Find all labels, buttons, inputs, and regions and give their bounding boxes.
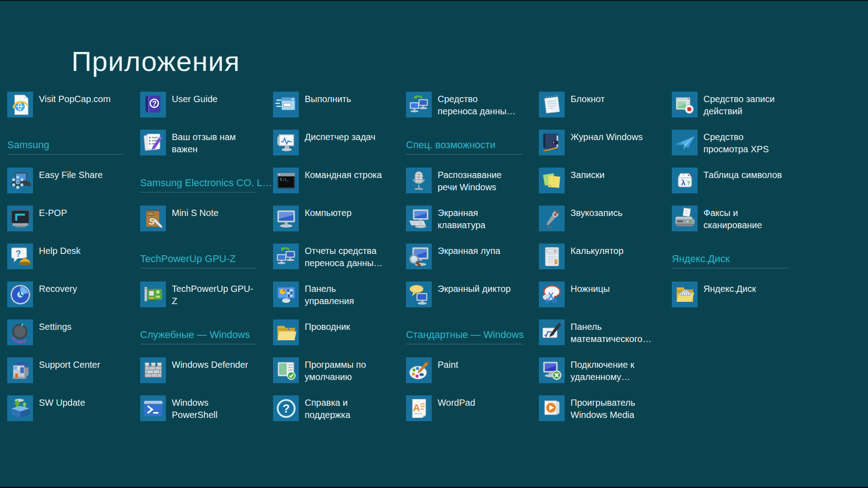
control-panel-icon (273, 282, 299, 307)
app-item-sw-update[interactable]: SW Update (7, 395, 132, 428)
app-item-remote-desktop[interactable]: Подключение кудаленному… (539, 357, 664, 390)
math-input-icon: x (539, 319, 565, 345)
app-item-windows-media-player[interactable]: ПроигрывательWindows Media (539, 395, 664, 428)
app-item-default-programs[interactable]: Программы поумолчанию (273, 357, 398, 390)
section-header-samsung-electronics[interactable]: Samsung Electronics CO. L… (140, 173, 257, 192)
app-label: Экраннаяклавиатура (438, 207, 536, 231)
section-header-label: Samsung Electronics CO. L… (140, 177, 272, 189)
app-label: Экранная лупа (438, 245, 536, 257)
app-item-yandex-disk[interactable]: Яндекс.Диск (672, 282, 797, 314)
onscreen-keyboard-icon (406, 206, 432, 231)
app-label: Записки (571, 169, 669, 181)
settings-knob-icon (7, 319, 33, 345)
app-item-notepad[interactable]: Блокнот (539, 92, 664, 124)
app-item-snipping-tool[interactable]: Ножницы (539, 282, 664, 314)
app-item-xps-viewer[interactable]: Средствопросмотра XPS (672, 130, 797, 162)
app-item-sticky-notes[interactable]: Записки (539, 168, 664, 200)
snipping-scissors-icon (539, 282, 565, 307)
task-manager-icon (273, 130, 299, 155)
epop-monitor-icon (7, 206, 33, 231)
app-item-steps-recorder[interactable]: Средство записидействий (672, 92, 797, 124)
app-label: Visit PopCap.com (39, 93, 137, 105)
app-label: Справка иподдержка (305, 397, 403, 421)
app-item-onscreen-keyboard[interactable]: Экраннаяклавиатура (406, 206, 531, 238)
app-item-command-prompt[interactable]: C:\_Командная строка (273, 168, 398, 200)
section-header-accessories-windows[interactable]: Стандартные — Windows (406, 324, 523, 344)
app-item-support-center[interactable]: Support Center (7, 357, 132, 390)
app-label: E-POP (39, 207, 137, 219)
section-header-samsung[interactable]: Samsung (7, 135, 124, 155)
app-item-magnifier[interactable]: Экранная лупа (406, 244, 531, 276)
app-label: Mini S Note (172, 207, 270, 219)
app-item-paint[interactable]: Paint (406, 357, 531, 390)
app-label: Paint (438, 359, 536, 371)
app-item-task-manager[interactable]: Диспетчер задач (273, 130, 398, 162)
app-item-sound-recorder[interactable]: Звукозапись (539, 206, 664, 238)
app-item-settings[interactable]: Settings (7, 319, 132, 352)
section-header-label: Samsung (7, 139, 49, 151)
app-item-calculator[interactable]: 0Калькулятор (539, 244, 664, 276)
mini-s-note-icon: MiniS (140, 206, 166, 231)
svg-text:C:\_: C:\_ (280, 178, 288, 182)
app-label: Средство записидействий (703, 93, 802, 117)
sound-recorder-mic-icon (539, 206, 565, 231)
section-header-label: Спец. возможности (406, 139, 495, 151)
app-item-mini-s-note[interactable]: MiniSMini S Note (140, 206, 265, 238)
app-label: Программы поумолчанию (305, 359, 403, 383)
app-item-recovery[interactable]: Recovery (7, 282, 132, 314)
app-item-easy-file-share[interactable]: Easy File Share (7, 168, 132, 200)
app-label: Support Center (39, 359, 137, 371)
transfer-monitors-icon (406, 92, 432, 117)
app-label: Help Desk (39, 245, 137, 257)
app-item-windows-journal[interactable]: Журнал Windows (539, 130, 664, 162)
run-window-icon (273, 92, 299, 117)
section-header-yandex-disk[interactable]: Яндекс.Диск (672, 249, 788, 268)
command-prompt-icon: C:\_ (273, 168, 299, 193)
app-item-explorer[interactable]: Проводник (273, 319, 398, 352)
app-item-computer[interactable]: Компьютер (273, 206, 398, 238)
app-label: Яндекс.Диск (703, 283, 802, 295)
app-item-narrator[interactable]: Экранный диктор (406, 282, 531, 314)
app-item-math-input[interactable]: xПанельматематического… (539, 319, 664, 352)
speech-mic-icon (406, 168, 432, 193)
app-item-techpowerup-gpu-z[interactable]: TechPowerUp GPU-Z (140, 282, 265, 314)
fax-scan-icon (672, 206, 698, 231)
app-item-windows-defender[interactable]: Windows Defender (140, 357, 265, 390)
app-item-e-pop[interactable]: E-POP (7, 206, 132, 238)
app-item-wordpad[interactable]: AWordPad (406, 395, 531, 428)
section-header-techpowerup-gpu-z[interactable]: TechPowerUp GPU-Z (140, 249, 257, 268)
app-item-run[interactable]: Выполнить (273, 92, 398, 124)
app-label: Подключение кудаленному… (571, 359, 669, 383)
app-item-easy-transfer[interactable]: Средствопереноса данны… (406, 92, 531, 124)
user-guide-book-icon: ? (140, 92, 166, 117)
notepad-icon (539, 92, 565, 117)
app-label: Ножницы (571, 283, 669, 295)
app-item-character-map[interactable]: λ?Таблица символов (672, 168, 797, 200)
app-label: Проводник (305, 321, 403, 333)
section-header-accessibility[interactable]: Спец. возможности (406, 135, 523, 155)
app-item-fax-scan[interactable]: Факсы исканирование (672, 206, 797, 238)
app-item-feedback[interactable]: Ваш отзыв намважен (140, 130, 265, 162)
app-label: Блокнот (571, 93, 669, 105)
app-item-speech-recognition[interactable]: Распознаваниеречи Windows (406, 168, 531, 200)
app-item-visit-popcap[interactable]: Visit PopCap.com (7, 92, 132, 124)
app-item-windows-powershell[interactable]: WindowsPowerShell (140, 395, 265, 428)
helpdesk-bell-icon: ? (7, 244, 33, 269)
laptop-share-icon (7, 168, 33, 193)
yandex-disk-icon (672, 282, 698, 307)
svg-text:?: ? (283, 402, 290, 415)
app-label: Таблица символов (703, 169, 802, 181)
app-item-help-support[interactable]: ?Справка иподдержка (273, 395, 398, 428)
app-item-transfer-reports[interactable]: Отчеты средствапереноса данны… (273, 244, 398, 276)
app-label: Распознаваниеречи Windows (438, 169, 536, 193)
xps-viewer-icon (672, 130, 698, 155)
section-header-system-windows[interactable]: Служебные — Windows (140, 324, 257, 344)
app-item-control-panel[interactable]: Панельуправления (273, 282, 398, 314)
app-item-help-desk[interactable]: ?Help Desk (7, 244, 132, 276)
app-label: Средствопереноса данны… (438, 93, 536, 117)
narrator-balloon-icon (406, 282, 432, 307)
wordpad-doc-icon: A (406, 395, 432, 421)
calculator-icon: 0 (539, 244, 565, 269)
app-label: User Guide (172, 93, 270, 105)
app-item-user-guide[interactable]: ?User Guide (140, 92, 265, 124)
